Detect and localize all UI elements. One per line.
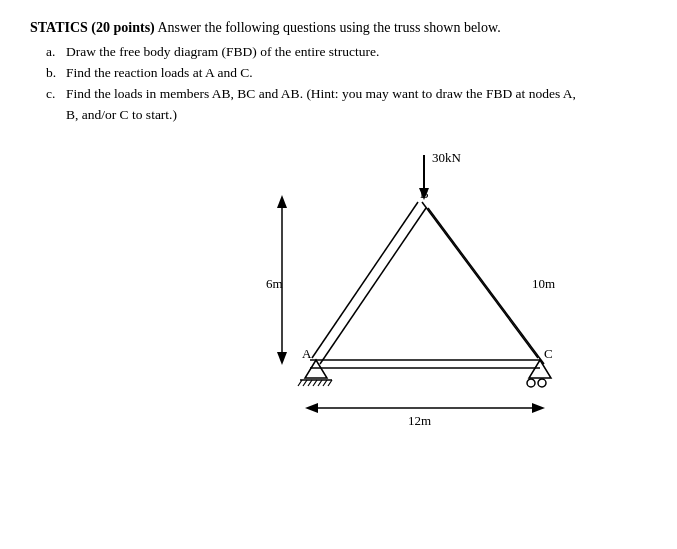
svg-line-0: [312, 202, 418, 358]
svg-marker-21: [277, 195, 287, 208]
page: STATICS (20 points) Answer the following…: [0, 0, 677, 549]
load-label: 30kN: [432, 150, 462, 165]
svg-marker-15: [529, 360, 551, 378]
header-bold: STATICS (20 points): [30, 20, 155, 35]
svg-line-11: [313, 380, 317, 386]
node-a-label: A: [302, 346, 312, 361]
node-c-label: C: [544, 346, 553, 361]
header: STATICS (20 points) Answer the following…: [30, 20, 647, 36]
question-b: b. Find the reaction loads at A and C.: [46, 63, 647, 84]
q-c-text: Find the loads in members AB, BC and AB.…: [66, 84, 586, 126]
svg-line-9: [303, 380, 307, 386]
left-dim-label: 6m: [266, 276, 283, 291]
question-c: c. Find the loads in members AB, BC and …: [46, 84, 647, 126]
svg-line-13: [323, 380, 327, 386]
svg-marker-22: [277, 352, 287, 365]
q-b-label: b.: [46, 63, 66, 84]
svg-line-8: [298, 380, 302, 386]
q-a-text: Draw the free body diagram (FBD) of the …: [66, 42, 379, 63]
question-a: a. Draw the free body diagram (FBD) of t…: [46, 42, 647, 63]
q-a-label: a.: [46, 42, 66, 63]
svg-line-14: [328, 380, 332, 386]
q-b-text: Find the reaction loads at A and C.: [66, 63, 253, 84]
svg-line-10: [308, 380, 312, 386]
svg-marker-24: [305, 403, 318, 413]
diagram-area: A C B 30kN 6m: [250, 140, 600, 460]
svg-line-1: [320, 208, 426, 364]
svg-marker-25: [532, 403, 545, 413]
svg-line-2: [422, 202, 538, 358]
svg-marker-6: [305, 360, 327, 378]
header-intro: Answer the following questions using the…: [155, 20, 501, 35]
svg-line-3: [428, 208, 544, 364]
q-c-label: c.: [46, 84, 66, 105]
right-label: 10m: [532, 276, 555, 291]
questions-list: a. Draw the free body diagram (FBD) of t…: [46, 42, 647, 126]
svg-line-12: [318, 380, 322, 386]
truss-diagram: A C B 30kN 6m: [250, 140, 590, 440]
bottom-dim-label: 12m: [408, 413, 431, 428]
svg-point-17: [538, 379, 546, 387]
svg-point-16: [527, 379, 535, 387]
